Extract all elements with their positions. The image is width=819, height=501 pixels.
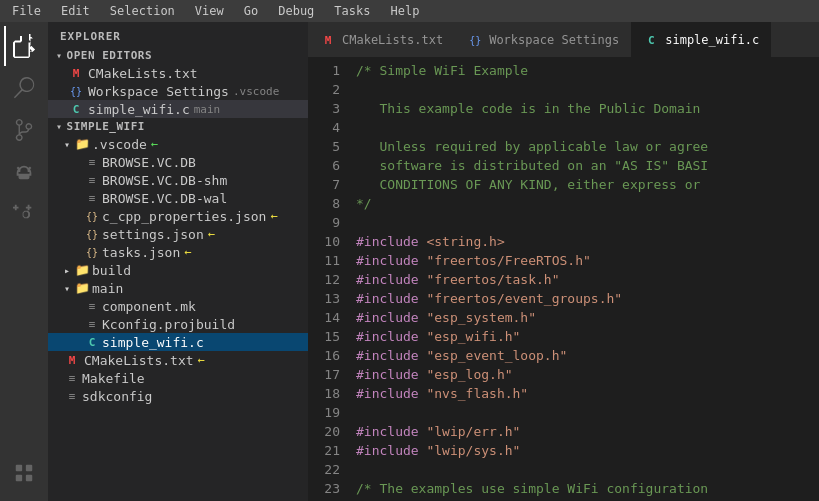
makefile-icon: ≡ <box>64 370 80 386</box>
browse-vc-db-shm-label: BROWSE.VC.DB-shm <box>102 173 227 188</box>
menu-file[interactable]: File <box>8 4 45 18</box>
code-line-5: Unless required by applicable law or agr… <box>356 137 819 156</box>
cmake-root[interactable]: M CMakeLists.txt ← <box>48 351 308 369</box>
open-editors-label: OPEN EDITORS <box>67 49 152 62</box>
code-line-11: #include "freertos/FreeRTOS.h" <box>356 251 819 270</box>
svg-rect-0 <box>16 465 22 471</box>
svg-rect-3 <box>26 475 32 481</box>
build-folder-icon: 📁 <box>74 262 90 278</box>
sdkconfig[interactable]: ≡ sdkconfig <box>48 387 308 405</box>
browse-vc-db[interactable]: ≡ BROWSE.VC.DB <box>48 153 308 171</box>
extensions-activity-icon[interactable] <box>4 194 44 234</box>
browse-vc-db-wal[interactable]: ≡ BROWSE.VC.DB-wal <box>48 189 308 207</box>
simplewifi-suffix: main <box>194 103 221 116</box>
search-activity-icon[interactable] <box>4 68 44 108</box>
vscode-arrow: ← <box>151 137 158 151</box>
tasks-json-icon: {} <box>84 244 100 260</box>
settings-arrow: ← <box>208 227 215 241</box>
tasks-json[interactable]: {} tasks.json ← <box>48 243 308 261</box>
tab-workspace[interactable]: {} Workspace Settings <box>455 22 631 57</box>
build-folder-label: build <box>92 263 131 278</box>
code-line-7: CONDITIONS OF ANY KIND, either express o… <box>356 175 819 194</box>
tab-workspace-label: Workspace Settings <box>489 33 619 47</box>
browse-vc-db-wal-label: BROWSE.VC.DB-wal <box>102 191 227 206</box>
tasks-json-label: tasks.json <box>102 245 180 260</box>
tab-cmake-icon: M <box>320 32 336 48</box>
cmake-root-arrow: ← <box>198 353 205 367</box>
code-line-16: #include "esp_event_loop.h" <box>356 346 819 365</box>
settings-json[interactable]: {} settings.json ← <box>48 225 308 243</box>
open-editors-section[interactable]: ▾ OPEN EDITORS <box>48 47 308 64</box>
tab-workspace-icon: {} <box>467 32 483 48</box>
build-chevron: ▸ <box>64 265 70 276</box>
main-folder[interactable]: ▾ 📁 main <box>48 279 308 297</box>
code-line-9 <box>356 213 819 232</box>
code-line-4 <box>356 118 819 137</box>
open-editor-cmake-label: CMakeLists.txt <box>88 66 198 81</box>
tab-simplewifi[interactable]: C simple_wifi.c <box>631 22 771 57</box>
code-line-19 <box>356 403 819 422</box>
open-editor-workspace-label: Workspace Settings <box>88 84 229 99</box>
simple-wifi-chevron: ▾ <box>56 121 63 132</box>
makefile[interactable]: ≡ Makefile <box>48 369 308 387</box>
tab-cmake-label: CMakeLists.txt <box>342 33 443 47</box>
kconfig-icon: ≡ <box>84 316 100 332</box>
debug-activity-icon[interactable] <box>4 152 44 192</box>
main-folder-icon: 📁 <box>74 280 90 296</box>
file-tree[interactable]: ▾ OPEN EDITORS M CMakeLists.txt {} Works… <box>48 47 308 501</box>
main-chevron: ▾ <box>64 283 70 294</box>
remote-activity-icon[interactable] <box>4 453 44 493</box>
code-line-3: This example code is in the Public Domai… <box>356 99 819 118</box>
build-folder[interactable]: ▸ 📁 build <box>48 261 308 279</box>
code-line-17: #include "esp_log.h" <box>356 365 819 384</box>
simple-wifi-section[interactable]: ▾ SIMPLE_WIFI <box>48 118 308 135</box>
settings-json-label: settings.json <box>102 227 204 242</box>
menu-selection[interactable]: Selection <box>106 4 179 18</box>
simple-wifi-c[interactable]: C simple_wifi.c <box>48 333 308 351</box>
code-line-18: #include "nvs_flash.h" <box>356 384 819 403</box>
component-mk-icon: ≡ <box>84 298 100 314</box>
tab-cmake[interactable]: M CMakeLists.txt <box>308 22 455 57</box>
vscode-folder[interactable]: ▾ 📁 .vscode ← <box>48 135 308 153</box>
simple-wifi-label: SIMPLE_WIFI <box>67 120 145 133</box>
browse-vc-db-shm[interactable]: ≡ BROWSE.VC.DB-shm <box>48 171 308 189</box>
open-editor-cmake[interactable]: M CMakeLists.txt <box>48 64 308 82</box>
main-layout: EXPLORER ▾ OPEN EDITORS M CMakeLists.txt… <box>0 22 819 501</box>
cmake-root-label: CMakeLists.txt <box>84 353 194 368</box>
code-line-1: /* Simple WiFi Example <box>356 61 819 80</box>
code-line-21: #include "lwip/sys.h" <box>356 441 819 460</box>
code-line-12: #include "freertos/task.h" <box>356 270 819 289</box>
c-cpp-properties[interactable]: {} c_cpp_properties.json ← <box>48 207 308 225</box>
code-line-6: software is distributed on an "AS IS" BA… <box>356 156 819 175</box>
settings-json-icon: {} <box>84 226 100 242</box>
menu-bar: File Edit Selection View Go Debug Tasks … <box>0 0 819 22</box>
browse-vc-db-shm-icon: ≡ <box>84 172 100 188</box>
menu-go[interactable]: Go <box>240 4 262 18</box>
code-area: /* Simple WiFi Example This example code… <box>348 57 819 501</box>
vscode-folder-icon: 📁 <box>74 136 90 152</box>
c-cpp-arrow: ← <box>270 209 277 223</box>
svg-rect-1 <box>26 465 32 471</box>
menu-edit[interactable]: Edit <box>57 4 94 18</box>
simple-wifi-c-icon: C <box>84 334 100 350</box>
source-control-activity-icon[interactable] <box>4 110 44 150</box>
code-line-13: #include "freertos/event_groups.h" <box>356 289 819 308</box>
kconfig-projbuild[interactable]: ≡ Kconfig.projbuild <box>48 315 308 333</box>
code-line-10: #include <string.h> <box>356 232 819 251</box>
component-mk[interactable]: ≡ component.mk <box>48 297 308 315</box>
component-mk-label: component.mk <box>102 299 196 314</box>
menu-debug[interactable]: Debug <box>274 4 318 18</box>
activity-bar <box>0 22 48 501</box>
menu-help[interactable]: Help <box>386 4 423 18</box>
menu-tasks[interactable]: Tasks <box>330 4 374 18</box>
open-editor-simplewifi[interactable]: C simple_wifi.c main <box>48 100 308 118</box>
files-activity-icon[interactable] <box>4 26 44 66</box>
open-editor-workspace[interactable]: {} Workspace Settings .vscode <box>48 82 308 100</box>
sidebar-title: EXPLORER <box>48 22 308 47</box>
cmake-root-m-icon: M <box>64 352 80 368</box>
tab-simplewifi-label: simple_wifi.c <box>665 33 759 47</box>
code-line-2 <box>356 80 819 99</box>
vscode-folder-label: .vscode <box>92 137 147 152</box>
sidebar: EXPLORER ▾ OPEN EDITORS M CMakeLists.txt… <box>48 22 308 501</box>
menu-view[interactable]: View <box>191 4 228 18</box>
